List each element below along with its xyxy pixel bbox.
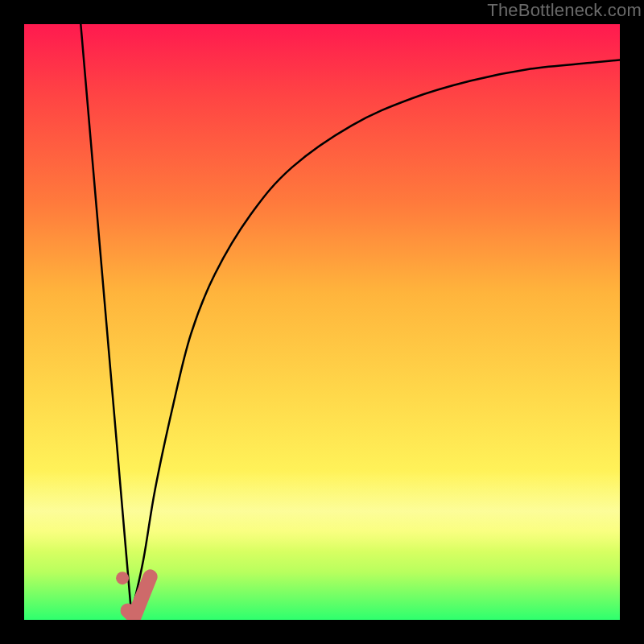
chart-frame: [24, 24, 620, 620]
heatmap-background: [24, 24, 620, 620]
watermark-text: TheBottleneck.com: [487, 0, 642, 21]
